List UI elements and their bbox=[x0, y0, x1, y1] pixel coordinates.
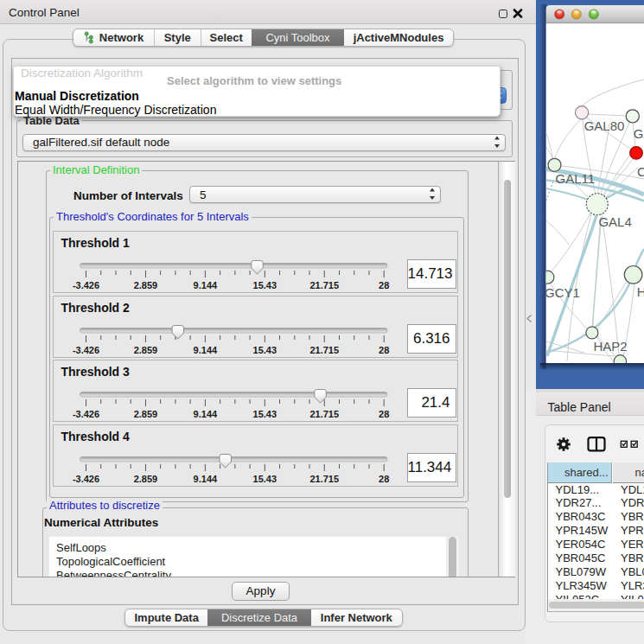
svg-text:28: 28 bbox=[379, 409, 389, 419]
svg-text:-3.426: -3.426 bbox=[72, 474, 99, 484]
svg-text:-3.426: -3.426 bbox=[72, 280, 99, 290]
svg-text:CD: CD bbox=[637, 164, 644, 179]
svg-text:2.859: 2.859 bbox=[133, 474, 157, 484]
svg-text:9.144: 9.144 bbox=[193, 409, 217, 419]
svg-text:28: 28 bbox=[379, 474, 389, 484]
svg-text:2.859: 2.859 bbox=[133, 345, 157, 355]
svg-text:HAP2: HAP2 bbox=[594, 339, 628, 354]
svg-text:9.144: 9.144 bbox=[193, 474, 217, 484]
svg-text:15.43: 15.43 bbox=[252, 280, 277, 290]
svg-text:21.715: 21.715 bbox=[309, 474, 339, 484]
svg-text:GAL4: GAL4 bbox=[598, 214, 631, 229]
svg-text:-3.426: -3.426 bbox=[72, 345, 99, 355]
svg-text:GAL: GAL bbox=[634, 126, 644, 141]
svg-text:-3.426: -3.426 bbox=[72, 409, 99, 419]
svg-text:GAL80: GAL80 bbox=[584, 118, 625, 133]
svg-text:15.43: 15.43 bbox=[252, 474, 277, 484]
svg-text:H: H bbox=[637, 284, 644, 299]
svg-text:21.715: 21.715 bbox=[309, 345, 339, 355]
svg-text:21.715: 21.715 bbox=[309, 409, 339, 419]
svg-text:9.144: 9.144 bbox=[193, 345, 217, 355]
svg-text:21.715: 21.715 bbox=[309, 280, 339, 290]
svg-text:15.43: 15.43 bbox=[252, 409, 277, 419]
svg-text:2.859: 2.859 bbox=[133, 409, 157, 419]
svg-text:GAL11: GAL11 bbox=[556, 171, 596, 186]
svg-text:9.144: 9.144 bbox=[193, 280, 217, 290]
svg-text:28: 28 bbox=[379, 345, 389, 355]
svg-text:GCY1: GCY1 bbox=[545, 285, 580, 300]
svg-text:15.43: 15.43 bbox=[252, 345, 277, 355]
svg-text:2.859: 2.859 bbox=[133, 280, 157, 290]
svg-text:28: 28 bbox=[379, 280, 389, 290]
